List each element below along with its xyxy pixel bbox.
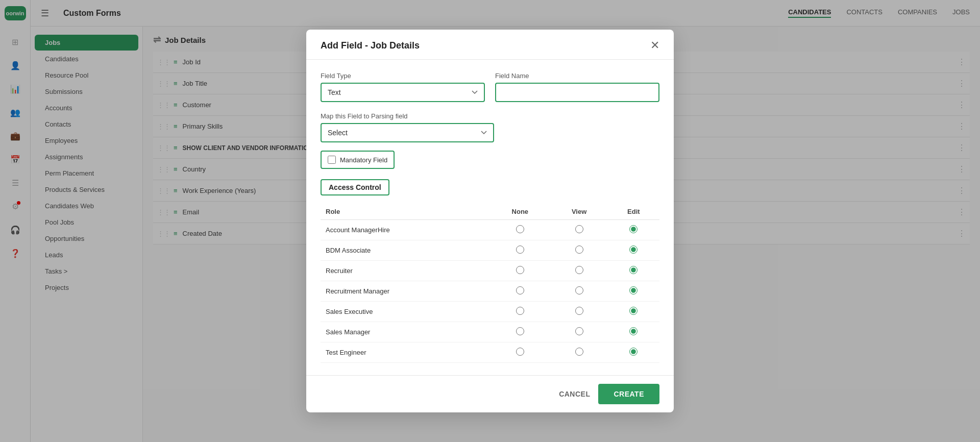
radio-edit-3[interactable] [629, 286, 638, 294]
table-row: BDM Associate [321, 240, 659, 261]
access-control-header: Access Control [321, 179, 389, 195]
add-field-modal: Add Field - Job Details ✕ Field Type Tex… [306, 30, 674, 412]
radio-none-6[interactable] [516, 348, 524, 356]
field-name-input[interactable] [495, 83, 659, 102]
map-field-select[interactable]: Select [321, 123, 494, 142]
modal-close-button[interactable]: ✕ [650, 40, 659, 51]
role-sales-executive: Sales Executive [321, 302, 489, 322]
radio-view-6[interactable] [575, 348, 583, 356]
cancel-button[interactable]: CANCEL [559, 390, 590, 398]
radio-edit-0[interactable] [629, 225, 638, 233]
radio-none-4[interactable] [516, 307, 524, 315]
radio-edit-2[interactable] [629, 266, 638, 274]
role-bdm-associate: BDM Associate [321, 240, 489, 261]
radio-none-3[interactable] [516, 286, 524, 294]
radio-none-5[interactable] [516, 327, 524, 335]
modal-overlay[interactable]: Add Field - Job Details ✕ Field Type Tex… [0, 0, 980, 442]
access-table-header-row: Role None View Edit [321, 204, 659, 220]
access-control-table: Role None View Edit Account ManagerHire [321, 204, 659, 363]
field-type-label: Field Type [321, 72, 485, 80]
radio-view-0[interactable] [575, 225, 583, 233]
field-type-select[interactable]: Text Number Date Dropdown Checkbox Texta… [321, 83, 485, 102]
role-test-engineer: Test Engineer [321, 342, 489, 363]
table-row: Recruiter [321, 261, 659, 281]
field-name-label: Field Name [495, 72, 659, 80]
role-account-manager-hire: Account ManagerHire [321, 220, 489, 240]
table-row: Sales Manager [321, 322, 659, 342]
modal-footer: CANCEL CREATE [306, 375, 674, 412]
field-type-group: Field Type Text Number Date Dropdown Che… [321, 72, 485, 102]
modal-header: Add Field - Job Details ✕ [306, 30, 674, 60]
radio-view-3[interactable] [575, 286, 583, 294]
table-row: Sales Executive [321, 302, 659, 322]
radio-none-1[interactable] [516, 245, 524, 254]
role-sales-manager: Sales Manager [321, 322, 489, 342]
modal-body: Field Type Text Number Date Dropdown Che… [306, 60, 674, 375]
mandatory-field-row: Mandatory Field [321, 151, 395, 169]
parse-field-row: Map this Field to Parsing field Select [321, 112, 659, 142]
field-type-name-row: Field Type Text Number Date Dropdown Che… [321, 72, 659, 102]
mandatory-checkbox[interactable] [328, 156, 336, 164]
map-field-label: Map this Field to Parsing field [321, 112, 659, 120]
radio-edit-1[interactable] [629, 245, 638, 254]
mandatory-label[interactable]: Mandatory Field [340, 156, 387, 164]
radio-edit-4[interactable] [629, 307, 638, 315]
table-row: Account ManagerHire [321, 220, 659, 240]
radio-none-0[interactable] [516, 225, 524, 233]
table-row: Recruitment Manager [321, 281, 659, 302]
radio-none-2[interactable] [516, 266, 524, 274]
col-none: None [489, 204, 550, 220]
radio-view-1[interactable] [575, 245, 583, 254]
radio-view-2[interactable] [575, 266, 583, 274]
radio-view-5[interactable] [575, 327, 583, 335]
modal-title: Add Field - Job Details [321, 40, 420, 51]
radio-edit-5[interactable] [629, 327, 638, 335]
role-recruitment-manager: Recruitment Manager [321, 281, 489, 302]
table-row: Test Engineer [321, 342, 659, 363]
field-name-group: Field Name [495, 72, 659, 102]
col-edit: Edit [608, 204, 659, 220]
role-recruiter: Recruiter [321, 261, 489, 281]
radio-edit-6[interactable] [629, 348, 638, 356]
col-role: Role [321, 204, 489, 220]
col-view: View [550, 204, 607, 220]
create-button[interactable]: CREATE [598, 384, 659, 404]
radio-view-4[interactable] [575, 307, 583, 315]
